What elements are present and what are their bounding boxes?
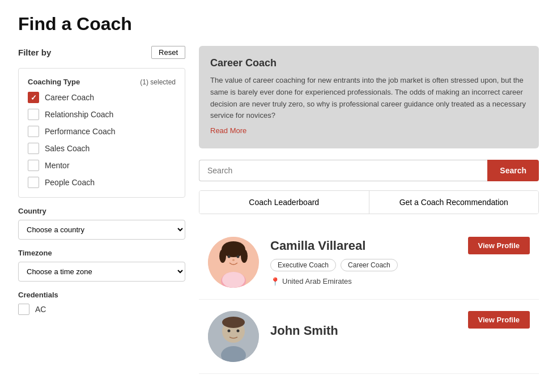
search-input[interactable] (199, 160, 487, 181)
timezone-label: Timezone (18, 249, 185, 257)
checkbox-sales-coach[interactable]: Sales Coach (28, 143, 176, 154)
checkbox-relationship-coach-box[interactable] (28, 109, 39, 120)
coaching-type-section: Coaching Type (1) selected Career Coach … (18, 68, 185, 198)
main-layout: Filter by Reset Coaching Type (1) select… (18, 46, 539, 374)
svg-point-15 (228, 329, 231, 332)
reset-button[interactable]: Reset (151, 46, 185, 59)
timezone-select[interactable]: Choose a time zone (18, 262, 185, 282)
search-bar: Search (199, 160, 539, 181)
checkbox-mentor[interactable]: Mentor (28, 160, 176, 171)
info-card-title: Career Coach (210, 57, 528, 69)
coach-card-camilla: Camilla Villareal Executive Coach Career… (199, 225, 539, 300)
page-title: Find a Coach (18, 14, 539, 35)
checkbox-ac[interactable]: AC (18, 304, 185, 315)
recommendation-button[interactable]: Get a Coach Recommendation (369, 191, 539, 214)
svg-point-8 (237, 255, 240, 258)
checkbox-sales-coach-label: Sales Coach (45, 144, 90, 153)
svg-point-14 (222, 317, 245, 328)
checkbox-ac-label: AC (35, 305, 46, 314)
filter-title: Filter by (18, 48, 51, 57)
checkbox-career-coach-box[interactable] (28, 92, 39, 103)
location-icon: 📍 (270, 277, 280, 286)
info-card-body: The value of career coaching for new ent… (210, 75, 528, 137)
view-profile-camilla[interactable]: View Profile (468, 237, 530, 254)
svg-point-2 (222, 272, 245, 288)
checkbox-people-coach[interactable]: People Coach (28, 177, 176, 188)
checkbox-mentor-label: Mentor (45, 161, 70, 170)
checkbox-ac-box[interactable] (18, 304, 29, 315)
action-buttons: Coach Leaderboard Get a Coach Recommenda… (199, 190, 539, 214)
read-more-link[interactable]: Read More (210, 125, 246, 137)
checkbox-career-coach-label: Career Coach (45, 93, 94, 102)
checkbox-performance-coach-box[interactable] (28, 126, 39, 137)
info-card: Career Coach The value of career coachin… (199, 46, 539, 148)
checkbox-people-coach-box[interactable] (28, 177, 39, 188)
checkbox-sales-coach-box[interactable] (28, 143, 39, 154)
sidebar: Filter by Reset Coaching Type (1) select… (18, 46, 185, 374)
checkbox-career-coach[interactable]: Career Coach (28, 92, 176, 103)
coach-tag-executive: Executive Coach (270, 259, 336, 271)
coach-location-camilla: 📍 United Arab Emirates (270, 277, 530, 286)
coaching-type-label: Coaching Type (1) selected (28, 78, 176, 86)
selected-badge: (1) selected (140, 78, 176, 86)
svg-point-5 (219, 249, 226, 263)
country-filter: Country Choose a country (18, 207, 185, 240)
checkbox-performance-coach[interactable]: Performance Coach (28, 126, 176, 137)
checkbox-people-coach-label: People Coach (45, 178, 95, 187)
coaching-type-list: Career Coach Relationship Coach Performa… (28, 92, 176, 188)
coach-card-john: John Smith View Profile (199, 300, 539, 374)
view-profile-john[interactable]: View Profile (468, 311, 530, 329)
coach-avatar-camilla (208, 237, 259, 288)
country-select[interactable]: Choose a country (18, 220, 185, 240)
svg-point-6 (241, 249, 248, 263)
svg-point-9 (232, 259, 235, 261)
credentials-filter: Credentials AC (18, 291, 185, 315)
checkbox-performance-coach-label: Performance Coach (45, 127, 116, 136)
checkbox-relationship-coach-label: Relationship Coach (45, 110, 113, 119)
search-button[interactable]: Search (487, 160, 539, 181)
filter-header: Filter by Reset (18, 46, 185, 59)
main-content: Career Coach The value of career coachin… (199, 46, 539, 374)
svg-point-16 (237, 329, 240, 332)
checkbox-mentor-box[interactable] (28, 160, 39, 171)
coach-avatar-john (208, 311, 259, 362)
page-wrapper: Find a Coach Filter by Reset Coaching Ty… (0, 0, 557, 392)
credentials-list: AC (18, 304, 185, 315)
country-label: Country (18, 207, 185, 215)
credentials-label: Credentials (18, 291, 185, 299)
checkbox-relationship-coach[interactable]: Relationship Coach (28, 109, 176, 120)
leaderboard-button[interactable]: Coach Leaderboard (199, 191, 369, 214)
coach-location-text-camilla: United Arab Emirates (282, 277, 352, 286)
svg-point-7 (228, 255, 231, 258)
timezone-filter: Timezone Choose a time zone (18, 249, 185, 282)
coach-tag-career: Career Coach (341, 259, 398, 271)
coach-tags-camilla: Executive Coach Career Coach (270, 259, 530, 271)
